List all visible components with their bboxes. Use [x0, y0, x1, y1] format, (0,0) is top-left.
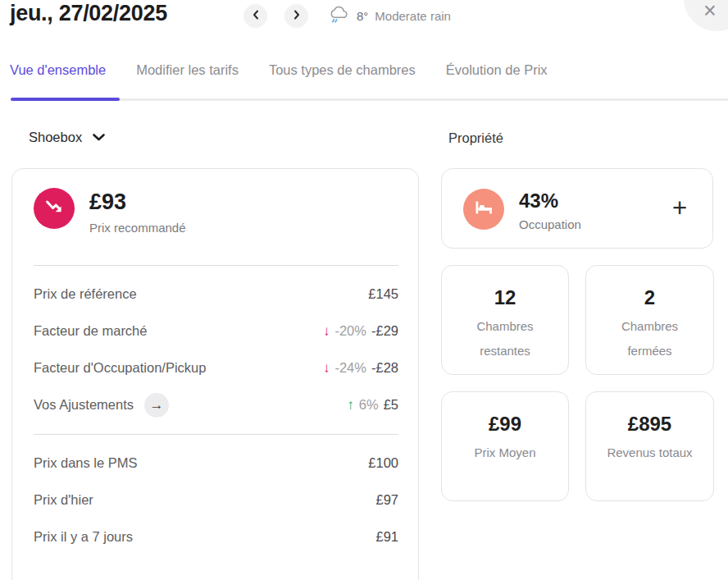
amount-change: -£29	[371, 323, 398, 339]
property-stats-grid: 12 Chambres restantes 2 Chambres fermées…	[441, 265, 714, 501]
stat-label: Chambres restantes	[455, 314, 555, 363]
close-button[interactable]: ×	[684, 0, 728, 31]
recommended-price-label: Prix recommandé	[89, 221, 186, 235]
chevron-left-icon	[252, 9, 260, 23]
percent-change: -20%	[334, 323, 366, 339]
adjustments-detail-button[interactable]: →	[144, 393, 169, 418]
stat-value: 2	[599, 285, 700, 310]
stat-card-rooms-closed: 2 Chambres fermées	[585, 265, 714, 375]
row-price-7-days-ago: Prix il y a 7 jours £91	[34, 518, 398, 555]
row-label: Prix dans le PMS	[34, 455, 138, 471]
weather-widget: 8° Moderate rain	[328, 3, 451, 28]
tab-modifier-les-tarifs[interactable]: Modifier les tarifs	[136, 62, 239, 78]
row-label: Prix il y a 7 jours	[34, 529, 133, 545]
row-label: Prix d'hier	[34, 492, 93, 508]
arrow-up-icon: ↑	[347, 397, 354, 413]
chevron-down-icon	[92, 130, 106, 145]
stat-card-average-price: £99 Prix Moyen	[441, 391, 569, 501]
divider	[34, 265, 398, 266]
arrow-right-icon: →	[150, 397, 164, 413]
recommended-price-value: £93	[89, 190, 186, 215]
stat-label: Revenus totaux	[599, 441, 700, 465]
add-button[interactable]: +	[663, 192, 696, 225]
row-value: £145	[368, 286, 398, 302]
weather-temperature: 8°	[357, 9, 368, 23]
stat-value: 12	[455, 285, 555, 310]
trend-down-badge	[34, 188, 75, 229]
plus-icon: +	[672, 194, 687, 222]
row-value: £91	[375, 529, 398, 545]
arrow-down-icon: ↓	[323, 360, 330, 377]
stat-label: Chambres fermées	[599, 314, 700, 363]
amount-change: £5	[384, 397, 398, 413]
bed-icon	[473, 197, 494, 221]
row-your-adjustments: Vos Ajustements → ↑ 6% £5	[34, 386, 398, 423]
row-pms-price: Prix dans le PMS £100	[34, 445, 398, 482]
row-value: ↑ 6% £5	[347, 397, 398, 413]
row-yesterday-price: Prix d'hier £97	[34, 482, 398, 518]
previous-day-button[interactable]	[243, 4, 267, 28]
row-value: £100	[368, 455, 398, 471]
percent-change: -24%	[334, 360, 366, 376]
row-occupancy-pickup-factor: Facteur d'Occupation/Pickup ↓ -24% -£28	[34, 349, 398, 386]
occupancy-card: 43% Occupation +	[441, 168, 713, 249]
price-history-list: Prix dans le PMS £100 Prix d'hier £97 Pr…	[34, 445, 398, 555]
trending-down-icon	[43, 196, 66, 221]
stat-value: £99	[455, 412, 555, 436]
date-title: jeu., 27/02/2025	[10, 1, 167, 26]
row-label: Facteur de marché	[34, 323, 147, 339]
divider	[34, 434, 398, 435]
next-day-button[interactable]	[284, 4, 308, 28]
row-label: Vos Ajustements	[34, 397, 134, 413]
tab-bar: Vue d'ensemble Modifier les tarifs Tous …	[10, 62, 548, 78]
occupancy-label: Occupation	[519, 217, 581, 231]
row-label: Facteur d'Occupation/Pickup	[34, 360, 206, 376]
chevron-right-icon	[293, 9, 301, 23]
stat-value: £895	[599, 412, 700, 436]
stat-card-total-revenue: £895 Revenus totaux	[585, 391, 714, 501]
active-tab-indicator	[11, 98, 120, 101]
row-label: Prix de référence	[34, 286, 137, 302]
stat-label: Prix Moyen	[455, 441, 555, 465]
row-reference-price: Prix de référence £145	[34, 276, 398, 313]
row-value: £97	[375, 492, 398, 508]
arrow-down-icon: ↓	[323, 323, 330, 340]
stat-card-rooms-remaining: 12 Chambres restantes	[441, 265, 569, 375]
rain-cloud-icon	[328, 2, 350, 29]
percent-change: 6%	[359, 397, 379, 413]
tab-vue-densemble[interactable]: Vue d'ensemble	[10, 62, 106, 78]
price-breakdown-list: Prix de référence £145 Facteur de marché…	[34, 276, 398, 423]
amount-change: -£28	[371, 360, 398, 376]
price-card: £93 Prix recommandé Prix de référence £1…	[11, 168, 419, 580]
row-value: ↓ -24% -£28	[323, 360, 398, 377]
weather-condition: Moderate rain	[375, 9, 451, 23]
room-type-selector[interactable]: Shoebox	[29, 130, 106, 145]
close-icon: ×	[703, 0, 717, 22]
occupancy-badge	[463, 189, 504, 230]
row-market-factor: Facteur de marché ↓ -20% -£29	[34, 313, 398, 349]
tab-evolution-de-prix[interactable]: Évolution de Prix	[446, 62, 548, 78]
tab-tous-types-de-chambres[interactable]: Tous types de chambres	[269, 62, 416, 78]
row-value: ↓ -20% -£29	[323, 323, 398, 340]
room-type-label: Shoebox	[29, 130, 82, 145]
occupancy-value: 43%	[519, 190, 581, 212]
property-heading: Propriété	[448, 130, 503, 146]
